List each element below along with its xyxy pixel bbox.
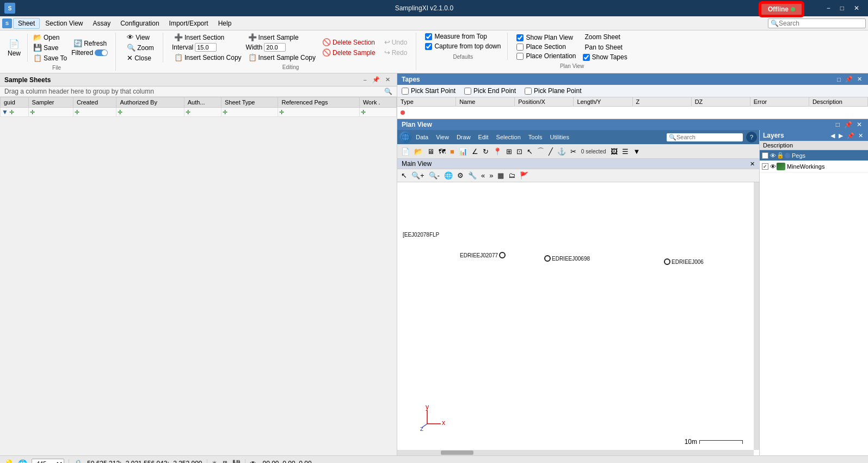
insert-section-button[interactable]: ➕ Insert Section (172, 33, 244, 42)
pv-list-button[interactable]: ☰ (620, 146, 630, 157)
menu-section-view[interactable]: Section View (41, 18, 87, 28)
mv-gear-button[interactable]: 🔧 (466, 170, 478, 181)
col-auth[interactable]: Auth... (184, 97, 221, 108)
pv-search-bar[interactable]: 🔍 (667, 133, 743, 141)
col-guid[interactable]: guid (1, 97, 29, 108)
restore-button[interactable]: □ (836, 3, 848, 13)
layers-pin-button[interactable]: 📌 (845, 132, 856, 139)
offline-badge[interactable]: Offline (760, 3, 803, 16)
new-button[interactable]: 📄 New (4, 38, 24, 58)
planview-close-button[interactable]: ✕ (855, 120, 864, 129)
pv-new-doc-button[interactable]: 📄 (399, 146, 411, 157)
globe-icon[interactable] (399, 131, 411, 143)
redo-button[interactable]: ↪ Redo (382, 48, 410, 57)
measure-from-top-checkbox[interactable]: Measure from Top (425, 33, 501, 40)
view-button[interactable]: 👁 View (125, 33, 156, 42)
tapes-col-name[interactable]: Name (456, 97, 515, 106)
pv-view1-button[interactable]: 🖥 (426, 146, 436, 157)
menu-sheet[interactable]: Sheet (13, 18, 40, 29)
layer-item-pegs[interactable]: ✓ 👁 🔒 Pegs (760, 150, 868, 161)
tapes-minimize-button[interactable]: □ (835, 75, 842, 83)
save-button[interactable]: 💾 Save (31, 43, 69, 52)
pv-menu-view[interactable]: View (433, 133, 452, 141)
menu-search-bar[interactable]: 🔍 (768, 18, 866, 28)
mv-back-button[interactable]: « (479, 170, 487, 181)
mv-forward-button[interactable]: » (488, 170, 495, 181)
menu-assay[interactable]: Assay (89, 18, 115, 28)
layer-mw-checkbox[interactable]: ✓ (762, 163, 768, 170)
pv-map-button[interactable]: 🗺 (437, 146, 447, 157)
pv-search-input[interactable] (676, 134, 741, 140)
planview-minimize-button[interactable]: □ (834, 120, 841, 129)
close-button[interactable]: ✕ Close (125, 53, 156, 63)
tapes-col-desc[interactable]: Description (809, 97, 868, 106)
canvas-area[interactable]: EDRIEEJ02078 [EEJ02078FLP EDRIEEJ02077 (397, 182, 759, 455)
mv-globe-button[interactable]: 🌐 (442, 170, 454, 181)
panel-pin-button[interactable]: 📌 (370, 76, 382, 84)
menu-search-input[interactable] (779, 20, 863, 27)
pv-menu-tools[interactable]: Tools (525, 133, 546, 141)
tapes-col-type[interactable]: Type (397, 97, 456, 106)
delete-section-button[interactable]: 🚫 Delete Section (320, 38, 378, 47)
col-sheet-type[interactable]: Sheet Type (221, 97, 278, 108)
pv-menu-data[interactable]: Data (413, 133, 432, 141)
planview-pin-button[interactable]: 📌 (842, 120, 854, 129)
col-authorized-by[interactable]: Authorized By (116, 97, 184, 108)
zoom-sheet-button[interactable]: Zoom Sheet (583, 33, 627, 41)
sample-sheets-grid[interactable]: guid Sampler Created Authorized By Auth.… (0, 97, 397, 455)
layers-prev-button[interactable]: ◀ (829, 132, 836, 139)
refresh-button[interactable]: 🔄 Refresh (71, 39, 109, 48)
pv-curve-button[interactable]: ⌒ (535, 145, 546, 157)
tapes-col-z[interactable]: Z (633, 97, 692, 106)
pv-line-button[interactable]: ╱ (547, 146, 555, 157)
pv-pin-button[interactable]: 📍 (491, 146, 503, 157)
pv-angle-button[interactable]: ∠ (470, 146, 480, 157)
horizontal-scrollbar[interactable] (397, 450, 754, 455)
width-input[interactable] (264, 43, 286, 52)
filter-guid[interactable]: ▼✛ (1, 108, 29, 117)
menu-help[interactable]: Help (214, 18, 236, 28)
insert-section-copy-button[interactable]: 📋 Insert Section Copy (172, 53, 244, 62)
tapes-pin-button[interactable]: 📌 (844, 75, 854, 83)
main-view-close-button[interactable]: ✕ (750, 160, 755, 168)
filtered-toggle[interactable] (95, 50, 108, 56)
filter-sheet-type[interactable]: ✛ (221, 108, 278, 117)
filter-work[interactable]: ✛ (359, 108, 396, 117)
delete-sample-button[interactable]: 🚫 Delete Sample (320, 48, 378, 57)
filter-sampler[interactable]: ✛ (28, 108, 73, 117)
menu-import-export[interactable]: Import/Export (165, 18, 213, 28)
mv-arrow-button[interactable]: ↖ (399, 170, 409, 181)
pv-select-button[interactable]: ⊡ (515, 146, 524, 157)
zoom-select[interactable]: 445 (32, 459, 64, 464)
scrollbar-thumb[interactable] (441, 450, 473, 455)
pv-menu-edit[interactable]: Edit (475, 133, 492, 141)
layers-close-button[interactable]: ✕ (857, 132, 865, 139)
vertical-scrollbar[interactable] (754, 182, 759, 450)
layer-pegs-checkbox[interactable]: ✓ (762, 152, 768, 159)
mv-layers-button[interactable]: 🗂 (507, 170, 517, 181)
pv-chart-button[interactable]: 📊 (457, 146, 469, 157)
layer-item-mineworkings[interactable]: ✓ 👁 MineWorkings (760, 161, 868, 172)
menu-configuration[interactable]: Configuration (116, 18, 163, 28)
insert-sample-button[interactable]: ➕ Insert Sample (246, 33, 318, 42)
place-orientation-checkbox[interactable]: Place Orientation (516, 52, 576, 60)
mv-zoom-in-button[interactable]: 🔍+ (410, 170, 426, 181)
insert-sample-copy-button[interactable]: 📋 Insert Sample Copy (246, 53, 318, 62)
pick-start-point-checkbox[interactable]: Pick Start Point (402, 87, 455, 95)
pick-plane-point-checkbox[interactable]: Pick Plane Point (525, 87, 581, 95)
pv-arrow-button[interactable]: ↖ (525, 146, 534, 157)
pv-menu-draw[interactable]: Draw (453, 133, 474, 141)
tapes-col-dz[interactable]: DZ (692, 97, 750, 106)
open-button[interactable]: 📂 Open (31, 33, 69, 42)
pv-grid-button[interactable]: ⊞ (504, 146, 514, 157)
col-created[interactable]: Created (73, 97, 116, 108)
filter-created[interactable]: ✛ (73, 108, 116, 117)
zoom-button[interactable]: 🔍 Zoom (125, 43, 156, 52)
show-tapes-checkbox[interactable]: Show Tapes (583, 53, 627, 61)
pv-orange-button[interactable]: ■ (448, 146, 456, 157)
capture-from-top-checkbox[interactable]: Capture from top down (425, 42, 501, 50)
mv-zoom-out-button[interactable]: 🔍- (427, 170, 441, 181)
pv-scissors-button[interactable]: ✂ (569, 146, 578, 157)
pv-anchor-button[interactable]: ⚓ (556, 146, 568, 157)
mv-flag-button[interactable]: 🚩 (518, 170, 530, 181)
